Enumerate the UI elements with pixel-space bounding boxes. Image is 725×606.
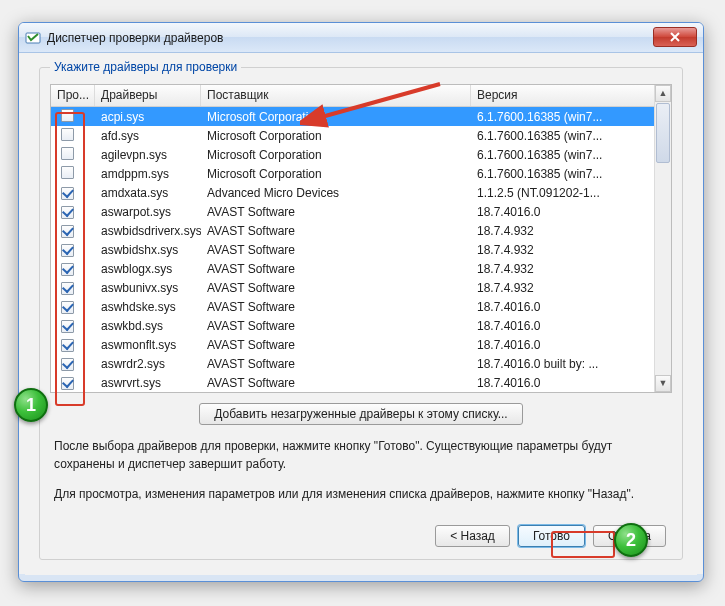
cell-vendor: AVAST Software [201, 318, 471, 334]
window-title: Диспетчер проверки драйверов [47, 31, 223, 45]
add-button-row: Добавить незагруженные драйверы к этому … [50, 403, 672, 425]
app-icon [25, 30, 41, 46]
table-row[interactable]: amdppm.sysMicrosoft Corporation6.1.7600.… [51, 164, 671, 183]
cell-driver: aswkbd.sys [95, 318, 201, 334]
row-checkbox[interactable] [61, 147, 74, 160]
scroll-up-button[interactable]: ▲ [655, 85, 671, 102]
cell-version: 6.1.7600.16385 (win7... [471, 109, 671, 125]
row-checkbox[interactable] [61, 187, 74, 200]
cell-version: 18.7.4016.0 [471, 299, 671, 315]
cell-version: 18.7.4016.0 [471, 337, 671, 353]
table-row[interactable]: aswblogx.sysAVAST Software18.7.4.932 [51, 259, 671, 278]
cell-version: 18.7.4016.0 [471, 318, 671, 334]
table-row[interactable]: aswarpot.sysAVAST Software18.7.4016.0 [51, 202, 671, 221]
scroll-down-button[interactable]: ▼ [655, 375, 671, 392]
cell-driver: aswblogx.sys [95, 261, 201, 277]
table-row[interactable]: aswbunivx.sysAVAST Software18.7.4.932 [51, 278, 671, 297]
cell-vendor: Microsoft Corporation [201, 109, 471, 125]
row-checkbox[interactable] [61, 225, 74, 238]
driver-listview[interactable]: Про... Драйверы Поставщик Версия acpi.sy… [50, 84, 672, 393]
row-checkbox[interactable] [61, 282, 74, 295]
table-row[interactable]: aswrdr2.sysAVAST Software18.7.4016.0 bui… [51, 354, 671, 373]
cell-version: 18.7.4.932 [471, 242, 671, 258]
cell-driver: aswmonflt.sys [95, 337, 201, 353]
cell-vendor: AVAST Software [201, 204, 471, 220]
row-checkbox[interactable] [61, 301, 74, 314]
table-row[interactable]: aswrvrt.sysAVAST Software18.7.4016.0 [51, 373, 671, 392]
cell-vendor: Microsoft Corporation [201, 128, 471, 144]
column-header-version[interactable]: Версия [471, 85, 671, 106]
table-row[interactable]: amdxata.sysAdvanced Micro Devices1.1.2.5… [51, 183, 671, 202]
column-header-check[interactable]: Про... [51, 85, 95, 106]
cell-driver: aswbidshx.sys [95, 242, 201, 258]
titlebar[interactable]: Диспетчер проверки драйверов [19, 23, 703, 53]
cell-vendor: AVAST Software [201, 280, 471, 296]
cell-vendor: AVAST Software [201, 261, 471, 277]
cell-driver: aswbunivx.sys [95, 280, 201, 296]
chevron-up-icon: ▲ [659, 89, 668, 98]
row-checkbox[interactable] [61, 244, 74, 257]
cell-driver: aswhdske.sys [95, 299, 201, 315]
row-checkbox[interactable] [61, 128, 74, 141]
listview-header[interactable]: Про... Драйверы Поставщик Версия [51, 85, 671, 107]
cell-driver: acpi.sys [95, 109, 201, 125]
cell-driver: aswrvrt.sys [95, 375, 201, 391]
cell-driver: afd.sys [95, 128, 201, 144]
row-checkbox[interactable] [61, 263, 74, 276]
close-icon [670, 32, 680, 42]
cell-version: 18.7.4.932 [471, 280, 671, 296]
row-checkbox[interactable] [61, 358, 74, 371]
cell-driver: amdxata.sys [95, 185, 201, 201]
table-row[interactable]: aswmonflt.sysAVAST Software18.7.4016.0 [51, 335, 671, 354]
dialog-window: Диспетчер проверки драйверов Укажите дра… [18, 22, 704, 582]
cell-vendor: AVAST Software [201, 223, 471, 239]
cell-vendor: AVAST Software [201, 356, 471, 372]
cell-driver: aswrdr2.sys [95, 356, 201, 372]
cancel-button[interactable]: Отмена [593, 525, 666, 547]
cell-vendor: AVAST Software [201, 375, 471, 391]
cell-version: 6.1.7600.16385 (win7... [471, 147, 671, 163]
cell-version: 6.1.7600.16385 (win7... [471, 128, 671, 144]
row-checkbox[interactable] [61, 109, 74, 122]
cell-vendor: AVAST Software [201, 337, 471, 353]
table-row[interactable]: aswkbd.sysAVAST Software18.7.4016.0 [51, 316, 671, 335]
table-row[interactable]: afd.sysMicrosoft Corporation6.1.7600.163… [51, 126, 671, 145]
cell-version: 18.7.4016.0 built by: ... [471, 356, 671, 372]
info-paragraph-2: Для просмотра, изменения параметров или … [54, 485, 668, 503]
row-checkbox[interactable] [61, 377, 74, 390]
table-row[interactable]: aswhdske.sysAVAST Software18.7.4016.0 [51, 297, 671, 316]
group-label: Укажите драйверы для проверки [50, 60, 241, 74]
client-area: Укажите драйверы для проверки Про... Дра… [19, 53, 703, 574]
row-checkbox[interactable] [61, 166, 74, 179]
cell-vendor: Advanced Micro Devices [201, 185, 471, 201]
row-checkbox[interactable] [61, 339, 74, 352]
cell-driver: aswbidsdriverx.sys [95, 223, 201, 239]
finish-button[interactable]: Готово [518, 525, 585, 547]
row-checkbox[interactable] [61, 206, 74, 219]
info-paragraph-1: После выбора драйверов для проверки, наж… [54, 437, 668, 473]
table-row[interactable]: aswbidshx.sysAVAST Software18.7.4.932 [51, 240, 671, 259]
back-button[interactable]: < Назад [435, 525, 510, 547]
add-unloaded-button[interactable]: Добавить незагруженные драйверы к этому … [199, 403, 522, 425]
driver-groupbox: Укажите драйверы для проверки Про... Дра… [39, 67, 683, 560]
scroll-thumb[interactable] [656, 103, 670, 163]
cell-version: 18.7.4016.0 [471, 204, 671, 220]
cell-version: 6.1.7600.16385 (win7... [471, 166, 671, 182]
cell-vendor: Microsoft Corporation [201, 147, 471, 163]
table-row[interactable]: agilevpn.sysMicrosoft Corporation6.1.760… [51, 145, 671, 164]
cell-version: 18.7.4.932 [471, 261, 671, 277]
cell-driver: amdppm.sys [95, 166, 201, 182]
chevron-down-icon: ▼ [659, 379, 668, 388]
table-row[interactable]: acpi.sysMicrosoft Corporation6.1.7600.16… [51, 107, 671, 126]
cell-driver: agilevpn.sys [95, 147, 201, 163]
row-checkbox[interactable] [61, 320, 74, 333]
close-button[interactable] [653, 27, 697, 47]
vertical-scrollbar[interactable]: ▲ ▼ [654, 85, 671, 392]
cell-vendor: Microsoft Corporation [201, 166, 471, 182]
cell-driver: aswarpot.sys [95, 204, 201, 220]
cell-vendor: AVAST Software [201, 242, 471, 258]
column-header-vendor[interactable]: Поставщик [201, 85, 471, 106]
table-row[interactable]: aswbidsdriverx.sysAVAST Software18.7.4.9… [51, 221, 671, 240]
column-header-driver[interactable]: Драйверы [95, 85, 201, 106]
cell-version: 18.7.4.932 [471, 223, 671, 239]
